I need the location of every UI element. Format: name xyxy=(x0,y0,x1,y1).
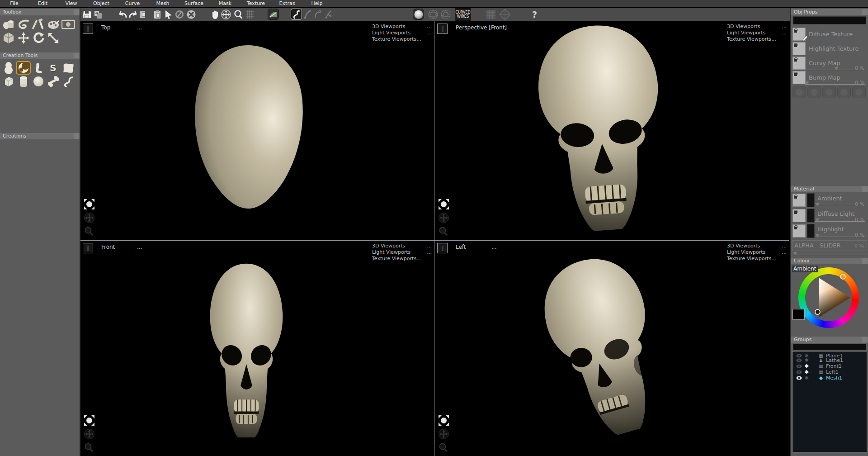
curvy-map-slider[interactable] xyxy=(807,70,865,70)
menu-extras[interactable]: Extras xyxy=(272,0,302,6)
paint-tool-button[interactable] xyxy=(46,18,61,31)
zoom-icon[interactable] xyxy=(84,226,95,237)
orbit-icon[interactable] xyxy=(84,199,95,210)
menu-3d-viewports[interactable]: 3D Viewports xyxy=(372,24,405,30)
creations-header[interactable]: Creations xyxy=(0,133,80,139)
pan-icon[interactable] xyxy=(438,428,449,440)
group-name[interactable]: Left1 xyxy=(826,369,839,375)
highlight-thumbnail[interactable] xyxy=(793,224,806,238)
slider-thumb[interactable] xyxy=(793,252,797,255)
sphere-tool-button[interactable] xyxy=(31,75,46,88)
viewport-top-corner-button[interactable] xyxy=(83,24,93,34)
bump-map-label[interactable]: Bump Map xyxy=(809,74,840,81)
pan-icon[interactable] xyxy=(438,212,449,223)
slider-thumb[interactable] xyxy=(815,234,820,237)
edit-curve-button[interactable] xyxy=(302,9,313,20)
paste-button[interactable] xyxy=(152,9,163,20)
highlight-label[interactable]: Highlight xyxy=(817,226,844,233)
cube-tool-button[interactable] xyxy=(1,75,16,88)
menu-3d-viewports-dots[interactable]: ... xyxy=(427,243,432,249)
diffuse-light-thumbnail[interactable] xyxy=(793,209,806,222)
groups-collapse-notch[interactable] xyxy=(862,337,868,342)
saturation-marker[interactable] xyxy=(815,309,821,315)
orbit-icon[interactable] xyxy=(438,199,449,210)
creations-collapse-notch[interactable] xyxy=(74,133,79,139)
slider-thumb[interactable] xyxy=(815,218,820,222)
menu-texture-viewports[interactable]: Texture Viewports... xyxy=(727,36,776,43)
orbit-icon[interactable] xyxy=(438,415,449,426)
menu-texture[interactable]: Texture xyxy=(240,0,272,6)
menu-texture-viewports[interactable]: Texture Viewports... xyxy=(372,36,421,43)
menu-light-viewports-dots[interactable]: ... xyxy=(782,30,787,36)
viewport-front-label-dots[interactable]: ... xyxy=(137,244,142,250)
help-button[interactable]: ? xyxy=(529,9,540,20)
menu-curve[interactable]: Curve xyxy=(117,0,148,6)
viewport-horizontal-divider[interactable] xyxy=(80,240,789,241)
lathe-tool-button[interactable] xyxy=(16,61,31,75)
move-tool-button[interactable] xyxy=(16,31,31,45)
menu-help[interactable]: Help xyxy=(302,0,331,6)
texture-op-button-1[interactable] xyxy=(793,86,806,98)
curve-tool-button[interactable] xyxy=(61,75,75,88)
obj-props-header[interactable]: Obj Props xyxy=(791,9,868,15)
texture-op-button-3[interactable] xyxy=(822,86,836,98)
select-pointer-button[interactable] xyxy=(163,9,174,20)
ambient-thumbnail[interactable] xyxy=(793,194,806,207)
grid-toggle-button[interactable] xyxy=(244,9,255,20)
diffuse-light-label[interactable]: Diffuse Light xyxy=(817,210,854,217)
plane-grid-button[interactable] xyxy=(485,9,496,20)
wireframe-view-button[interactable] xyxy=(427,9,439,20)
render-tool-button[interactable] xyxy=(61,18,75,31)
diamond-wire-button[interactable] xyxy=(499,9,510,20)
angle-snap-button[interactable] xyxy=(268,9,279,20)
texture-op-button-2[interactable] xyxy=(807,86,821,98)
viewport-front-corner-button[interactable] xyxy=(83,243,93,253)
highlight-colour-swatch[interactable] xyxy=(807,224,815,238)
viewport-left-corner-button[interactable] xyxy=(437,243,448,253)
slider-thumb[interactable] xyxy=(815,203,820,206)
menu-3d-viewports[interactable]: 3D Viewports xyxy=(727,24,760,30)
alpha-slider[interactable] xyxy=(793,255,867,255)
colour-header[interactable]: Colour xyxy=(791,258,868,264)
eye-icon[interactable] xyxy=(795,354,802,358)
pan-hand-button[interactable] xyxy=(209,9,221,20)
material-collapse-notch[interactable] xyxy=(862,186,868,192)
shapes-tool-button[interactable] xyxy=(1,18,16,31)
viewport-front-label[interactable]: Front xyxy=(101,244,115,250)
freeze-icon[interactable]: ✱ xyxy=(802,363,811,369)
copy-button[interactable] xyxy=(137,9,149,20)
highlight-texture-thumbnail[interactable] xyxy=(793,42,806,55)
obj-props-collapse-notch[interactable] xyxy=(862,10,868,15)
diffuse-texture-label[interactable]: Diffuse Texture xyxy=(809,31,853,38)
menu-texture-viewports[interactable]: Texture Viewports... xyxy=(727,256,776,262)
pan-icon[interactable] xyxy=(84,212,95,223)
menu-light-viewports-dots[interactable]: ... xyxy=(782,249,787,256)
object-mode-button[interactable] xyxy=(1,31,16,45)
highlight-slider[interactable] xyxy=(815,237,865,237)
viewport-left-label[interactable]: Left xyxy=(456,244,466,250)
slider-thumb[interactable] xyxy=(834,67,839,70)
group-row-plane1[interactable]: ✱ ▦ Plane1 xyxy=(793,352,867,357)
freeze-icon[interactable]: ✱ xyxy=(802,357,811,363)
groups-header[interactable]: Groups xyxy=(791,337,868,343)
plane-tool-button[interactable] xyxy=(61,61,75,75)
utility-tools-button[interactable] xyxy=(31,18,46,31)
viewport-top-label-dots[interactable]: ... xyxy=(137,24,142,31)
texture-op-button-5[interactable] xyxy=(852,86,866,98)
lblob-tool-button[interactable] xyxy=(31,61,46,75)
highlight-texture-label[interactable]: Highlight Texture xyxy=(809,45,859,52)
bump-map-slider[interactable] xyxy=(805,84,865,85)
menu-light-viewports[interactable]: Light Viewports xyxy=(372,249,410,256)
diffuse-light-colour-swatch[interactable] xyxy=(807,209,815,223)
viewport-vertical-divider[interactable] xyxy=(434,21,435,456)
menu-file[interactable]: File xyxy=(0,0,28,6)
cylinder-tool-button[interactable] xyxy=(16,75,31,88)
group-name[interactable]: Front1 xyxy=(826,363,842,369)
menu-3d-viewports[interactable]: 3D Viewports xyxy=(372,243,405,249)
ambient-colour-swatch[interactable] xyxy=(807,193,815,207)
group-row-front1[interactable]: ✱ ▦ Front1 xyxy=(793,363,867,369)
menu-3d-viewports-dots[interactable]: ... xyxy=(782,24,787,30)
attach-curve-button[interactable] xyxy=(312,9,323,20)
menu-object[interactable]: Object xyxy=(85,0,117,6)
material-header[interactable]: Material xyxy=(791,186,868,192)
